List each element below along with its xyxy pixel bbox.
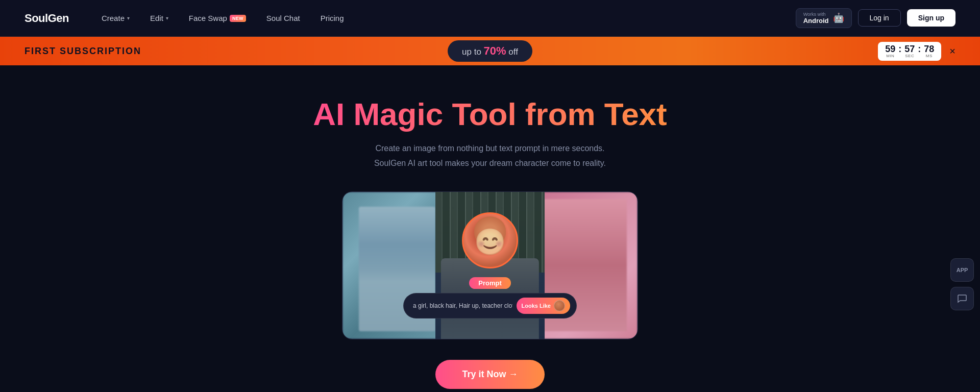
nav-edit[interactable]: Edit ▾ (142, 10, 177, 27)
countdown-timer: 59 Min : 57 Sec : 78 MS (878, 42, 941, 61)
promo-banner: FIRST SUBSCRIPTION up to 70% off 59 Min … (0, 37, 980, 65)
hero-subtitle-line1: Create an image from nothing but text pr… (375, 144, 604, 153)
countdown-ms-label: MS (926, 54, 933, 58)
countdown-seconds-label: Sec (905, 54, 914, 58)
signup-button[interactable]: Sign up (907, 9, 955, 27)
android-badge-text: Works with Android (803, 12, 829, 25)
chevron-down-icon: ▾ (127, 15, 130, 21)
countdown-ms: 78 MS (924, 44, 934, 58)
promo-close-button[interactable]: × (949, 45, 955, 57)
prompt-input-row[interactable]: a girl, black hair, Hair up, teacher clo… (403, 293, 577, 318)
hero-subtitle: Create an image from nothing but text pr… (374, 141, 606, 171)
logo-text: SoulGen (24, 12, 69, 24)
hero-title: AI Magic Tool from Text (313, 96, 667, 132)
navbar: SoulGen Create ▾ Edit ▾ Face Swap NEW So… (0, 0, 980, 37)
try-it-now-button[interactable]: Try it Now → (435, 360, 544, 389)
navbar-left: SoulGen Create ▾ Edit ▾ Face Swap NEW So… (24, 10, 352, 27)
discount-prefix: up to (462, 47, 481, 57)
nav-edit-label: Edit (150, 14, 163, 22)
countdown-minutes-value: 59 (885, 44, 895, 54)
nav-pricing-label: Pricing (321, 14, 344, 22)
nav-faceswap[interactable]: Face Swap NEW (181, 10, 254, 27)
looks-like-button[interactable]: Looks Like (517, 298, 570, 314)
looks-like-avatar (554, 300, 565, 311)
countdown-sep-1: : (898, 44, 901, 58)
countdown-seconds-value: 57 (904, 44, 915, 54)
side-buttons: APP (950, 258, 974, 310)
chat-side-button[interactable] (950, 287, 974, 310)
promo-subscription-text: FIRST SUBSCRIPTION (24, 46, 141, 57)
countdown-ms-value: 78 (924, 44, 934, 54)
prompt-input-text: a girl, black hair, Hair up, teacher clo… (413, 302, 512, 309)
prompt-label: Prompt (469, 277, 511, 289)
navbar-right: Works with Android 🤖 Log in Sign up (796, 8, 955, 29)
countdown-seconds: 57 Sec (904, 44, 915, 58)
android-label: Android (803, 17, 829, 24)
looks-like-label: Looks Like (522, 303, 551, 309)
countdown-minutes-label: Min (886, 54, 894, 58)
android-badge[interactable]: Works with Android 🤖 (796, 8, 852, 29)
promo-right: 59 Min : 57 Sec : 78 MS × (878, 42, 955, 61)
discount-pill: up to 70% off (448, 40, 532, 62)
nav-pricing[interactable]: Pricing (312, 10, 352, 27)
face-circle (462, 212, 518, 268)
discount-value: 70% (484, 44, 506, 57)
showcase-container: Prompt a girl, black hair, Hair up, teac… (342, 191, 638, 339)
countdown-sep-2: : (918, 44, 921, 58)
discount-text: up to 70% off (462, 44, 518, 58)
discount-suffix: off (508, 47, 518, 57)
nav-create[interactable]: Create ▾ (93, 10, 138, 27)
app-side-button[interactable]: APP (950, 258, 974, 282)
nav-faceswap-label: Face Swap (189, 14, 227, 22)
promo-center: up to 70% off (448, 40, 532, 62)
prompt-bar: Prompt a girl, black hair, Hair up, teac… (403, 277, 577, 318)
hero-section: AI Magic Tool from Text Create an image … (0, 65, 980, 392)
nav-soulchat[interactable]: Soul Chat (258, 10, 308, 27)
login-button[interactable]: Log in (858, 9, 901, 27)
logo[interactable]: SoulGen (24, 12, 69, 25)
hero-subtitle-line2: SoulGen AI art tool makes your dream cha… (374, 159, 606, 167)
nav-soulchat-label: Soul Chat (266, 14, 300, 22)
new-badge: NEW (230, 15, 246, 22)
nav-links: Create ▾ Edit ▾ Face Swap NEW Soul Chat … (93, 10, 352, 27)
nav-create-label: Create (102, 14, 125, 22)
works-with-label: Works with (803, 12, 829, 17)
chevron-down-icon: ▾ (166, 15, 168, 21)
countdown-minutes: 59 Min (885, 44, 895, 58)
android-icon: 🤖 (833, 12, 844, 23)
chat-icon (957, 293, 967, 304)
